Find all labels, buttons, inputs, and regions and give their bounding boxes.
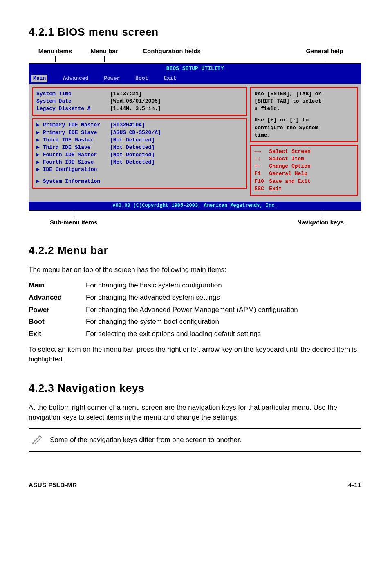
label-general-help: General help: [306, 47, 343, 54]
bios-system-date-label: System Date: [36, 98, 110, 105]
def-term-exit: Exit: [29, 329, 86, 339]
bios-tab-power[interactable]: Power: [104, 75, 120, 82]
label-menu-bar: Menu bar: [91, 47, 118, 54]
bios-tab-main[interactable]: Main: [31, 75, 47, 82]
navkey-f10: F10: [254, 178, 269, 185]
bios-help-line: Use [+] or [-] to: [254, 117, 354, 124]
bios-help-line: [SHIFT-TAB] to select: [254, 98, 354, 105]
def-desc-power: For changing the Advanced Power Manageme…: [86, 305, 361, 315]
def-desc-boot: For changing the system boot configurati…: [86, 317, 361, 327]
note-block: Some of the navigation keys differ from …: [29, 428, 361, 452]
bios-third-ide-master[interactable]: ▶ Third IDE Master: [36, 137, 110, 144]
def-desc-main: For changing the basic system configurat…: [86, 281, 361, 290]
bios-fourth-ide-master-value: [Not Detected]: [110, 151, 155, 159]
navkey-change-option: Change Option: [269, 163, 310, 170]
bottom-labels-row: Sub-menu items Navigation keys: [29, 212, 361, 227]
def-term-advanced: Advanced: [29, 293, 86, 303]
note-text: Some of the navigation keys differ from …: [50, 435, 241, 445]
bios-primary-ide-master-value: [ST320410A]: [110, 121, 145, 129]
menu-bar-outro-text: To select an item on the menu bar, press…: [29, 345, 361, 364]
navkey-plus-minus-icon: +-: [254, 163, 269, 170]
label-sub-menu-items: Sub-menu items: [50, 219, 98, 226]
navkey-general-help: General Help: [269, 170, 307, 177]
bios-menu-bar: Main Advanced Power Boot Exit: [29, 74, 361, 84]
navkey-exit: Exit: [269, 185, 282, 193]
bios-system-date-value[interactable]: [Wed,06/01/2005]: [110, 98, 161, 105]
bios-ide-configuration[interactable]: ▶ IDE Configuration: [36, 166, 243, 173]
top-labels-row: Menu items Menu bar Configuration fields…: [29, 47, 361, 62]
bios-legacy-diskette-label: Legacy Diskette A: [36, 105, 110, 112]
bios-fourth-ide-slave-value: [Not Detected]: [110, 159, 155, 166]
bios-primary-ide-slave[interactable]: ▶ Primary IDE Slave: [36, 129, 110, 137]
bios-system-time-label: System Time: [36, 90, 110, 98]
bios-system-information[interactable]: ▶ System Information: [36, 178, 243, 185]
bios-title: BIOS SETUP UTILITY: [166, 65, 224, 72]
label-navigation-keys: Navigation keys: [297, 219, 344, 226]
navkey-esc: ESC: [254, 185, 269, 193]
navkey-select-screen: Select Screen: [269, 148, 310, 155]
nav-keys-body-text: At the bottom right corner of a menu scr…: [29, 403, 361, 422]
bios-fourth-ide-slave[interactable]: ▶ Fourth IDE Slave: [36, 159, 110, 166]
heading-menu-bar: 4.2.2 Menu bar: [29, 243, 361, 258]
bios-title-bar: BIOS SETUP UTILITY: [29, 64, 361, 74]
definitions-table: MainFor changing the basic system config…: [29, 281, 361, 339]
bios-help-line: a field.: [254, 105, 354, 112]
pencil-icon: [30, 433, 45, 448]
bios-third-ide-slave[interactable]: ▶ Third IDE Slave: [36, 144, 110, 151]
footer-product: ASUS P5LD-MR: [29, 480, 77, 489]
bios-general-help-box: Use [ENTER], [TAB] or [SHIFT-TAB] to sel…: [250, 87, 358, 142]
navkey-f1: F1: [254, 170, 269, 177]
bios-help-line: configure the System: [254, 124, 354, 132]
navkey-arrows-lr-icon: ←→: [254, 148, 269, 155]
def-term-boot: Boot: [29, 317, 86, 327]
bios-fourth-ide-master[interactable]: ▶ Fourth IDE Master: [36, 151, 110, 159]
bios-third-ide-slave-value: [Not Detected]: [110, 144, 155, 151]
bios-navigation-keys-box: ←→Select Screen ↑↓Select Item +-Change O…: [250, 145, 358, 196]
def-desc-exit: For selecting the exit options and loadi…: [86, 329, 361, 339]
heading-navigation-keys: 4.2.3 Navigation keys: [29, 381, 361, 395]
footer-page-number: 4-11: [348, 480, 361, 489]
bios-submenu-box: ▶ Primary IDE Master[ST320410A] ▶ Primar…: [32, 118, 247, 189]
bios-third-ide-master-value: [Not Detected]: [110, 137, 155, 144]
bios-primary-ide-slave-value: [ASUS CD-S520/A]: [110, 129, 161, 137]
navkey-arrows-ud-icon: ↑↓: [254, 155, 269, 163]
bios-screenshot: BIOS SETUP UTILITY Main Advanced Power B…: [29, 63, 361, 210]
heading-bios-menu-screen: 4.2.1 BIOS menu screen: [29, 25, 361, 39]
def-term-main: Main: [29, 281, 86, 290]
bios-tab-boot[interactable]: Boot: [135, 75, 148, 82]
bios-tab-exit[interactable]: Exit: [164, 75, 176, 82]
bios-footer-copyright: v00.00 (C)Copyright 1985-2003, American …: [29, 202, 361, 210]
navkey-select-item: Select Item: [269, 155, 304, 163]
bios-help-line: Use [ENTER], [TAB] or: [254, 90, 354, 98]
def-desc-advanced: For changing the advanced system setting…: [86, 293, 361, 303]
bios-system-time-value[interactable]: [16:37:21]: [110, 90, 142, 98]
bios-menu-items-box: System Time[16:37:21] System Date[Wed,06…: [32, 87, 247, 116]
label-config-fields: Configuration fields: [143, 47, 201, 54]
bios-help-line: time.: [254, 132, 354, 139]
page-footer: ASUS P5LD-MR 4-11: [29, 480, 361, 489]
label-menu-items: Menu items: [38, 47, 72, 54]
def-term-power: Power: [29, 305, 86, 315]
bios-tab-advanced[interactable]: Advanced: [63, 75, 88, 82]
menu-bar-intro-text: The menu bar on top of the screen has th…: [29, 265, 361, 275]
bios-legacy-diskette-value[interactable]: [1.44M, 3.5 in.]: [110, 105, 161, 112]
navkey-save-exit: Save and Exit: [269, 178, 310, 185]
bios-primary-ide-master[interactable]: ▶ Primary IDE Master: [36, 121, 110, 129]
